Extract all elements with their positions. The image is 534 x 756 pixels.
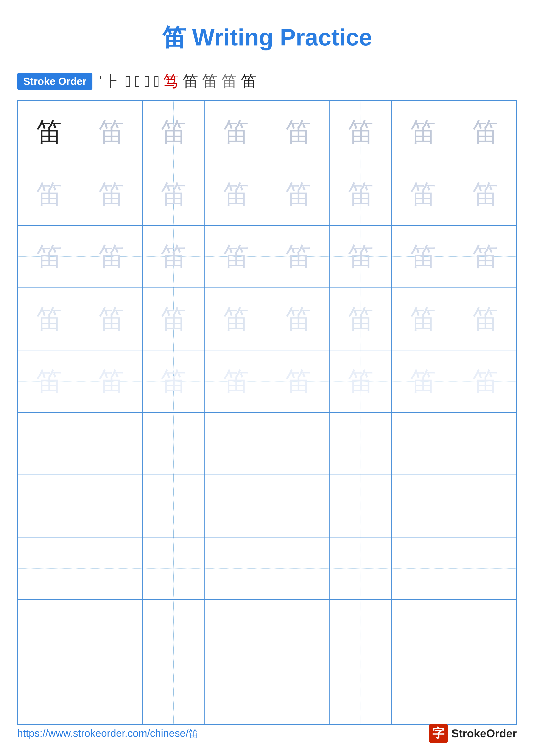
grid-cell[interactable]: 笛 <box>454 226 516 288</box>
grid-cell[interactable]: 笛 <box>454 413 516 475</box>
grid-cell[interactable]: 笛 <box>142 413 205 475</box>
grid-cell[interactable]: 笛 <box>205 163 267 225</box>
grid-cell[interactable]: 笛 <box>267 226 329 288</box>
grid-cell[interactable]: 笛 <box>329 226 392 288</box>
grid-cell[interactable]: 笛 <box>205 101 267 163</box>
footer-url[interactable]: https://www.strokeorder.com/chinese/笛 <box>17 726 199 740</box>
grid-cell[interactable]: 笛 <box>454 475 516 537</box>
grid-cell[interactable]: 笛 <box>267 350 329 413</box>
grid-cell[interactable]: 笛 <box>142 662 205 724</box>
practice-char: 笛 <box>410 555 436 581</box>
page-title: 笛 Writing Practice <box>17 21 517 54</box>
practice-char: 笛 <box>98 493 124 519</box>
grid-cell[interactable]: 笛 <box>80 226 142 288</box>
grid-cell[interactable]: 笛 <box>392 662 454 724</box>
grid-cell[interactable]: 笛 <box>80 350 142 413</box>
grid-cell[interactable]: 笛 <box>80 537 142 600</box>
grid-cell[interactable]: 笛 <box>142 101 205 163</box>
grid-cell[interactable]: 笛 <box>392 413 454 475</box>
grid-cell[interactable]: 笛 <box>454 101 516 163</box>
grid-cell[interactable]: 笛 <box>329 413 392 475</box>
practice-char: 笛 <box>98 244 124 269</box>
grid-cell[interactable]: 笛 <box>267 600 329 662</box>
grid-cell[interactable]: 笛 <box>454 600 516 662</box>
grid-cell[interactable]: 笛 <box>205 662 267 724</box>
grid-cell[interactable]: 笛 <box>205 413 267 475</box>
grid-cell[interactable]: 笛 <box>142 288 205 350</box>
practice-char: 笛 <box>348 555 373 581</box>
grid-cell[interactable]: 笛 <box>80 288 142 350</box>
grid-cell[interactable]: 笛 <box>205 288 267 350</box>
grid-cell[interactable]: 笛 <box>267 163 329 225</box>
grid-cell[interactable]: 笛 <box>454 662 516 724</box>
grid-cell[interactable]: 笛 <box>267 288 329 350</box>
grid-cell[interactable]: 笛 <box>392 101 454 163</box>
grid-cell[interactable]: 笛 <box>205 475 267 537</box>
practice-char: 笛 <box>36 618 62 644</box>
grid-cell[interactable]: 笛 <box>392 537 454 600</box>
grid-cell[interactable]: 笛 <box>142 600 205 662</box>
practice-char: 笛 <box>98 368 124 394</box>
grid-cell[interactable]: 笛 <box>454 288 516 350</box>
grid-cell[interactable]: 笛 <box>18 662 80 724</box>
grid-cell[interactable]: 笛 <box>329 163 392 225</box>
grid-cell[interactable]: 笛 <box>80 600 142 662</box>
grid-cell[interactable]: 笛 <box>18 288 80 350</box>
grid-cell[interactable]: 笛 <box>454 163 516 225</box>
grid-cell[interactable]: 笛 <box>18 163 80 225</box>
grid-cell[interactable]: 笛 <box>205 600 267 662</box>
grid-cell[interactable]: 笛 <box>329 662 392 724</box>
grid-cell[interactable]: 笛 <box>80 163 142 225</box>
grid-cell[interactable]: 笛 <box>392 288 454 350</box>
grid-cell[interactable]: 笛 <box>267 101 329 163</box>
grid-cell[interactable]: 笛 <box>80 475 142 537</box>
grid-cell[interactable]: 笛 <box>392 475 454 537</box>
grid-cell[interactable]: 笛 <box>329 101 392 163</box>
grid-cell[interactable]: 笛 <box>142 475 205 537</box>
grid-cell[interactable]: 笛 <box>392 350 454 413</box>
grid-cell[interactable]: 笛 <box>267 537 329 600</box>
grid-cell[interactable]: 笛 <box>18 101 80 163</box>
stroke-1: ' <box>99 72 102 90</box>
grid-cell[interactable]: 笛 <box>205 350 267 413</box>
practice-char: 笛 <box>223 244 249 269</box>
grid-cell[interactable]: 笛 <box>329 537 392 600</box>
grid-cell[interactable]: 笛 <box>142 350 205 413</box>
grid-cell[interactable]: 笛 <box>80 662 142 724</box>
grid-cell[interactable]: 笛 <box>18 226 80 288</box>
grid-cell[interactable]: 笛 <box>18 600 80 662</box>
grid-cell[interactable]: 笛 <box>329 350 392 413</box>
grid-cell[interactable]: 笛 <box>267 413 329 475</box>
practice-char: 笛 <box>161 368 186 394</box>
practice-char: 笛 <box>285 181 311 207</box>
grid-cell[interactable]: 笛 <box>18 350 80 413</box>
grid-cell[interactable]: 笛 <box>392 163 454 225</box>
grid-cell[interactable]: 笛 <box>80 101 142 163</box>
practice-char: 笛 <box>410 368 436 394</box>
grid-cell[interactable]: 笛 <box>80 413 142 475</box>
practice-char: 笛 <box>36 181 62 207</box>
grid-cell[interactable]: 笛 <box>205 226 267 288</box>
grid-cell[interactable]: 笛 <box>142 163 205 225</box>
practice-char: 笛 <box>410 181 436 207</box>
grid-cell[interactable]: 笛 <box>18 537 80 600</box>
grid-cell[interactable]: 笛 <box>329 288 392 350</box>
grid-cell[interactable]: 笛 <box>18 413 80 475</box>
grid-cell[interactable]: 笛 <box>267 662 329 724</box>
grid-cell[interactable]: 笛 <box>205 537 267 600</box>
grid-cell[interactable]: 笛 <box>329 600 392 662</box>
grid-cell[interactable]: 笛 <box>18 475 80 537</box>
grid-cell[interactable]: 笛 <box>142 537 205 600</box>
grid-cell[interactable]: 笛 <box>392 600 454 662</box>
practice-char: 笛 <box>161 555 186 581</box>
stroke-5: 𠃌 <box>144 72 150 90</box>
practice-char: 笛 <box>285 618 311 644</box>
grid-cell[interactable]: 笛 <box>142 226 205 288</box>
grid-cell[interactable]: 笛 <box>267 475 329 537</box>
grid-cell[interactable]: 笛 <box>454 350 516 413</box>
practice-char: 笛 <box>348 680 373 706</box>
practice-char: 笛 <box>36 680 62 706</box>
grid-cell[interactable]: 笛 <box>454 537 516 600</box>
grid-cell[interactable]: 笛 <box>392 226 454 288</box>
grid-cell[interactable]: 笛 <box>329 475 392 537</box>
